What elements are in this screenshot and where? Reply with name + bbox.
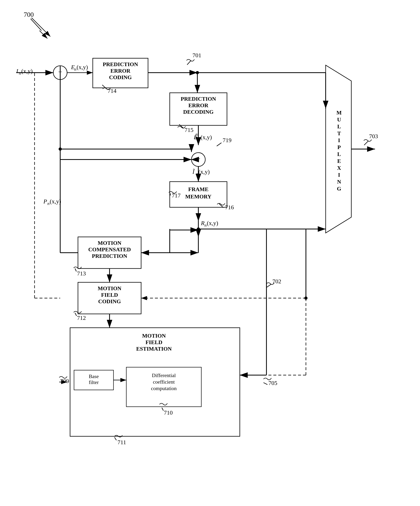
p-signal-label: P — [43, 198, 47, 205]
svg-text:ERROR: ERROR — [188, 102, 208, 108]
svg-line-77 — [263, 383, 267, 385]
svg-text:N: N — [337, 179, 341, 185]
input-signal-label: I — [16, 68, 19, 74]
svg-text:COMPENSATED: COMPENSATED — [88, 246, 131, 253]
svg-text:P: P — [337, 144, 341, 150]
svg-line-83 — [162, 408, 164, 411]
svg-text:U: U — [337, 116, 341, 123]
base-filter-label1: Base — [89, 373, 99, 379]
svg-text:I: I — [338, 137, 340, 143]
svg-text:I: I — [338, 172, 340, 178]
svg-text:ESTIMATION: ESTIMATION — [136, 346, 172, 352]
mux-label: M — [336, 110, 342, 116]
svg-text:filter: filter — [89, 380, 99, 385]
svg-line-59 — [75, 268, 76, 272]
svg-line-100 — [364, 141, 368, 145]
svg-text:PREDICTION: PREDICTION — [92, 253, 127, 259]
svg-text:(x,y): (x,y) — [50, 198, 61, 205]
ref-709: 709 — [60, 378, 69, 384]
mfe-label1: MOTION — [142, 333, 166, 339]
svg-text:+: + — [196, 155, 200, 163]
svg-text:(x,y): (x,y) — [207, 220, 218, 226]
ref-710: 710 — [164, 409, 173, 416]
fig-number: 700 — [24, 11, 34, 18]
svg-line-17 — [187, 60, 191, 65]
svg-text:T: T — [337, 130, 341, 136]
svg-text:n: n — [47, 201, 50, 206]
ref-716: 716 — [225, 204, 234, 210]
svg-text:(x,y): (x,y) — [201, 134, 212, 140]
ref-719: 719 — [223, 137, 231, 143]
svg-text:CODING: CODING — [98, 298, 121, 304]
ref-713: 713 — [77, 270, 86, 277]
ref-712: 712 — [77, 314, 86, 321]
motion-comp-label1: MOTION — [98, 240, 121, 246]
svg-text:CODING: CODING — [109, 74, 132, 80]
svg-line-4 — [31, 19, 41, 31]
svg-text:E: E — [337, 158, 341, 164]
svg-text:(x,y): (x,y) — [198, 168, 210, 175]
svg-line-70 — [266, 284, 271, 287]
ref-703: 703 — [369, 133, 378, 139]
svg-line-5 — [39, 31, 47, 39]
ref-701: 701 — [192, 52, 201, 59]
pred-error-decoding-label: PREDICTION — [181, 96, 216, 102]
svg-text:X: X — [337, 165, 341, 171]
svg-text:(x,y): (x,y) — [77, 64, 88, 71]
pred-error-coding-label: PREDICTION — [103, 61, 138, 67]
frame-memory-label1: FRAME — [188, 186, 209, 192]
svg-text:coefficient: coefficient — [153, 379, 175, 385]
svg-text:L: L — [337, 123, 341, 129]
svg-line-66 — [75, 313, 77, 316]
frame-memory-label2: MEMORY — [185, 193, 212, 200]
svg-text:n: n — [74, 67, 76, 72]
mfc-label1: MOTION — [98, 285, 121, 291]
tilde-i-label: Ĩ — [192, 168, 195, 175]
svg-text:L: L — [337, 151, 341, 157]
svg-line-27 — [217, 143, 222, 146]
svg-text:(x,y): (x,y) — [21, 68, 33, 74]
svg-text:ERROR: ERROR — [110, 68, 131, 74]
ref-711: 711 — [118, 439, 126, 445]
r-signal-label: R — [201, 220, 204, 226]
svg-text:DECODING: DECODING — [183, 109, 214, 115]
diff-coeff-label1: Differential — [152, 373, 176, 378]
svg-text:FIELD: FIELD — [101, 292, 118, 298]
svg-line-111 — [32, 18, 50, 37]
svg-text:n: n — [19, 71, 21, 76]
svg-line-73 — [114, 437, 117, 440]
svg-text:FIELD: FIELD — [145, 339, 162, 345]
ref-705: 705 — [269, 380, 277, 386]
svg-text:G: G — [337, 186, 341, 192]
svg-text:computation: computation — [151, 386, 177, 391]
svg-text:n: n — [204, 223, 207, 228]
diagram-container: 700 I n (x,y) + E n (x,y) PREDICTION ERR… — [0, 0, 420, 506]
tilde-e-label: Ẽ — [193, 134, 198, 140]
ref-714: 714 — [108, 87, 117, 94]
ref-715: 715 — [184, 126, 193, 133]
